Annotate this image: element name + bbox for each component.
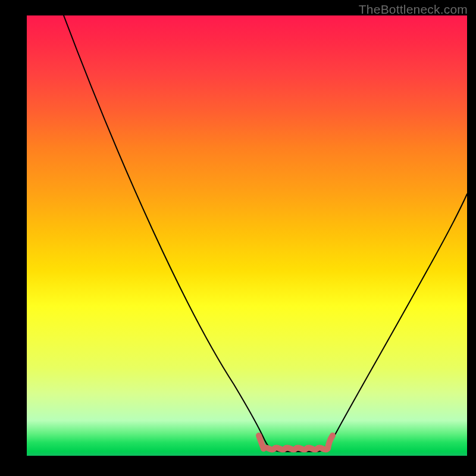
optimal-zone-markers (259, 436, 333, 450)
bottleneck-curve (64, 15, 467, 452)
plot-area (27, 15, 467, 456)
chart-frame: TheBottleneck.com (0, 0, 476, 476)
watermark-text: TheBottleneck.com (359, 2, 468, 17)
chart-svg (27, 15, 467, 456)
